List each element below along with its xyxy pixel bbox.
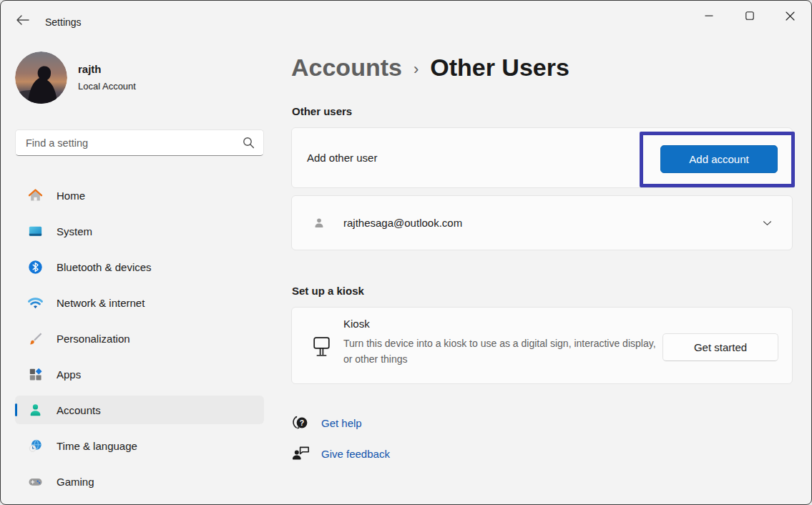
network-icon	[26, 294, 44, 311]
avatar-image	[15, 52, 67, 104]
bluetooth-icon	[26, 258, 44, 275]
app-title: Settings	[45, 16, 82, 28]
profile-name: rajth	[78, 63, 102, 75]
page-title: Other Users	[430, 54, 569, 82]
kiosk-title: Kiosk	[343, 318, 370, 330]
sidebar-nav: Home System	[8, 181, 271, 503]
sidebar-item-apps[interactable]: Apps	[15, 360, 264, 388]
give-feedback-icon	[291, 444, 313, 463]
sidebar-item-label: Home	[57, 190, 85, 202]
maximize-icon	[745, 11, 754, 20]
svg-text:?: ?	[300, 418, 304, 427]
accounts-icon	[26, 401, 44, 418]
account-row[interactable]: rajthesaga@outlook.com	[291, 195, 793, 250]
close-button[interactable]	[770, 1, 811, 30]
personalization-icon	[26, 330, 44, 347]
sidebar-item-accounts[interactable]: Accounts	[15, 396, 264, 424]
settings-window: Settings	[0, 0, 812, 505]
sidebar-item-label: Apps	[57, 368, 81, 381]
breadcrumb-separator: ›	[414, 60, 419, 79]
back-button[interactable]	[11, 11, 35, 29]
chevron-down-icon[interactable]	[761, 196, 773, 250]
close-icon	[786, 11, 795, 21]
sidebar-item-label: Personalization	[57, 333, 130, 345]
give-feedback-row[interactable]: Give feedback	[291, 444, 390, 463]
get-help-row[interactable]: ? Get help	[291, 413, 362, 432]
sidebar-item-personalization[interactable]: Personalization	[15, 324, 264, 353]
sidebar-item-label: Network & internet	[57, 297, 145, 309]
kiosk-icon	[312, 336, 331, 361]
minimize-button[interactable]	[688, 1, 729, 30]
account-email: rajthesaga@outlook.com	[343, 196, 462, 250]
sidebar-item-label: System	[57, 225, 92, 237]
person-icon	[312, 196, 326, 250]
sidebar-item-label: Bluetooth & devices	[57, 261, 152, 273]
sidebar-item-label: Gaming	[57, 476, 94, 488]
sidebar-item-gaming[interactable]: Gaming	[15, 467, 264, 496]
gaming-icon	[26, 473, 44, 490]
get-help-icon: ?	[291, 413, 313, 432]
sidebar-item-label: Accounts	[57, 404, 101, 416]
breadcrumb: Accounts › Other Users	[291, 54, 569, 82]
sidebar-item-label: Time & language	[57, 440, 137, 452]
system-icon	[26, 222, 44, 240]
profile-account-type: Local Account	[78, 81, 136, 92]
breadcrumb-accounts[interactable]: Accounts	[291, 54, 402, 82]
titlebar: Settings	[1, 1, 811, 35]
search-icon[interactable]	[243, 137, 255, 149]
sidebar-item-bluetooth-devices[interactable]: Bluetooth & devices	[15, 252, 264, 281]
sidebar-item-home[interactable]: Home	[15, 181, 264, 210]
time-language-icon	[26, 437, 44, 454]
home-icon	[26, 187, 44, 204]
get-help-link[interactable]: Get help	[321, 417, 362, 429]
apps-icon	[26, 366, 44, 383]
sidebar-item-system[interactable]: System	[15, 217, 264, 245]
other-users-heading: Other users	[292, 105, 352, 117]
maximize-button[interactable]	[729, 1, 770, 30]
kiosk-section-heading: Set up a kiosk	[292, 285, 364, 297]
sidebar-item-network-internet[interactable]: Network & internet	[15, 288, 264, 317]
window-controls	[688, 1, 811, 30]
kiosk-description: Turn this device into a kiosk to use as …	[343, 335, 662, 367]
search-input[interactable]	[16, 137, 243, 149]
get-started-button[interactable]: Get started	[662, 333, 778, 361]
minimize-icon	[705, 11, 713, 20]
sidebar-item-time-language[interactable]: Time & language	[15, 431, 264, 460]
add-other-user-label: Add other user	[307, 128, 377, 187]
user-avatar[interactable]	[15, 52, 67, 104]
back-arrow-icon	[16, 14, 30, 26]
add-account-button[interactable]: Add account	[660, 145, 778, 173]
give-feedback-link[interactable]: Give feedback	[321, 448, 390, 460]
search-box[interactable]	[15, 129, 264, 156]
kiosk-card: Kiosk Turn this device into a kiosk to u…	[291, 307, 793, 384]
